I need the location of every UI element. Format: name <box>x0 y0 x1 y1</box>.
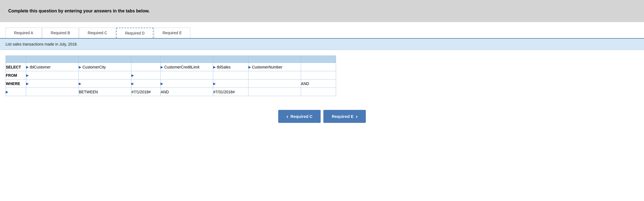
select-val-3: CustomerCreditLimit <box>164 65 199 69</box>
between-empty-2[interactable] <box>26 88 79 96</box>
select-val-2: CustomerCity <box>82 65 106 69</box>
from-col7[interactable] <box>301 71 336 80</box>
from-row: FROM ▶ ▶ <box>6 71 336 80</box>
where-col6[interactable] <box>248 80 301 88</box>
date-start: #7/1/2018# <box>131 90 151 94</box>
select-col3[interactable]: ▶ CustomerCreditLimit <box>161 63 213 71</box>
between-and: AND <box>161 88 213 96</box>
tab-required-b[interactable]: Required B <box>42 28 79 38</box>
instruction-text: Complete this question by entering your … <box>8 9 150 14</box>
arrow-where-3: ▶ <box>131 82 134 86</box>
select-val-4: tblSales <box>217 65 231 69</box>
and-label-2: AND <box>161 90 169 94</box>
where-col2[interactable]: ▶ <box>79 80 131 88</box>
tabs-row: Required A Required B Required C Require… <box>6 28 638 38</box>
prev-button[interactable]: Required C <box>278 110 321 123</box>
arrow-icon-3: ▶ <box>161 65 163 69</box>
arrow-where-2: ▶ <box>79 82 81 86</box>
from-col1[interactable]: ▶ <box>26 71 79 80</box>
description-text: List sales transactions made in July, 20… <box>6 42 78 46</box>
select-col6-empty[interactable] <box>301 63 336 71</box>
chevron-right-icon <box>356 113 358 120</box>
from-col2[interactable] <box>79 71 131 80</box>
next-button-label: Required E <box>332 114 353 119</box>
arrow-where-5: ▶ <box>213 82 216 86</box>
between-empty-1[interactable]: ▶ <box>6 88 26 96</box>
where-and: AND <box>301 80 336 88</box>
where-col3[interactable]: ▶ <box>131 80 161 88</box>
arrow-icon-5: ▶ <box>248 65 251 69</box>
arrow-where-4: ▶ <box>161 82 163 86</box>
between-date2: #7/31/2018# <box>213 88 248 96</box>
between-label: BETWEEN <box>79 90 98 94</box>
arrow-icon-4: ▶ <box>213 65 216 69</box>
nav-buttons: Required C Required E <box>0 104 644 128</box>
select-val-5: CustomerNumber <box>252 65 282 69</box>
between-row: ▶ BETWEEN #7/1/2018# AND #7/31/2018# <box>6 88 336 96</box>
select-keyword: SELECT <box>6 63 26 71</box>
from-col5[interactable] <box>213 71 248 80</box>
select-col3-empty[interactable] <box>131 63 161 71</box>
description-bar: List sales transactions made in July, 20… <box>0 39 644 50</box>
select-col1[interactable]: ▶ tblCustomer <box>26 63 79 71</box>
where-col4[interactable]: ▶ <box>161 80 213 88</box>
select-val-1: tblCustomer <box>30 65 50 69</box>
from-keyword: FROM <box>6 71 26 80</box>
date-end: #7/31/2018# <box>213 90 235 94</box>
tab-required-a[interactable]: Required A <box>6 28 42 38</box>
between-empty-4[interactable] <box>301 88 336 96</box>
header-row <box>6 56 336 63</box>
from-col6[interactable] <box>248 71 301 80</box>
where-keyword: WHERE <box>6 80 26 88</box>
select-row: SELECT ▶ tblCustomer ▶ CustomerCity ▶ Cu… <box>6 63 336 71</box>
and-label: AND <box>301 81 309 86</box>
query-table-wrapper: SELECT ▶ tblCustomer ▶ CustomerCity ▶ Cu… <box>0 50 644 102</box>
between-keyword: BETWEEN <box>79 88 131 96</box>
arrow-where-1: ▶ <box>26 82 29 86</box>
arrow-from-2: ▶ <box>131 73 134 77</box>
arrow-between-1: ▶ <box>6 90 8 94</box>
prev-button-label: Required C <box>290 114 312 119</box>
between-empty-3[interactable] <box>248 88 301 96</box>
select-col4[interactable]: ▶ tblSales <box>213 63 248 71</box>
arrow-icon-2: ▶ <box>79 65 81 69</box>
from-col3[interactable]: ▶ <box>131 71 161 80</box>
tab-required-c[interactable]: Required C <box>79 28 116 38</box>
between-date1: #7/1/2018# <box>131 88 161 96</box>
select-col5[interactable]: ▶ CustomerNumber <box>248 63 301 71</box>
where-row: WHERE ▶ ▶ ▶ ▶ <box>6 80 336 88</box>
arrow-icon-1: ▶ <box>26 65 29 69</box>
arrow-from-1: ▶ <box>26 73 29 77</box>
query-table: SELECT ▶ tblCustomer ▶ CustomerCity ▶ Cu… <box>6 55 336 96</box>
where-col1[interactable]: ▶ <box>26 80 79 88</box>
select-col2[interactable]: ▶ CustomerCity <box>79 63 131 71</box>
tab-required-d[interactable]: Required D <box>116 28 153 38</box>
from-col4[interactable] <box>161 71 213 80</box>
tabs-section: Required A Required B Required C Require… <box>0 22 644 39</box>
tab-required-e[interactable]: Required E <box>154 28 190 38</box>
next-button[interactable]: Required E <box>323 110 366 123</box>
chevron-left-icon <box>286 113 288 120</box>
instruction-bar: Complete this question by entering your … <box>0 0 644 22</box>
where-col5[interactable]: ▶ <box>213 80 248 88</box>
